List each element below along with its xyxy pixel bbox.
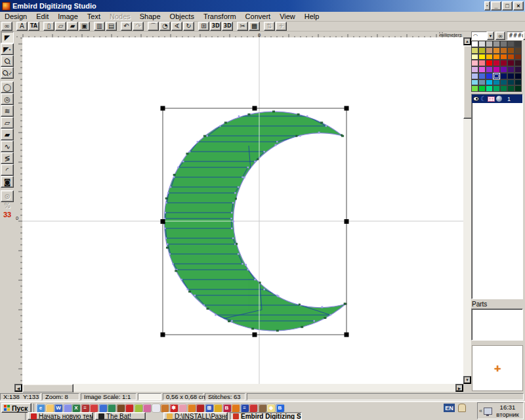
selection-handle[interactable] [253,106,257,111]
quicklaunch-icon[interactable] [196,404,204,412]
quicklaunch-icon[interactable] [232,404,240,412]
palette-swatch[interactable] [493,73,500,79]
palette-swatch[interactable] [507,85,514,92]
tool-zigzag[interactable]: ≶ [1,152,14,164]
palette-swatch[interactable] [478,73,486,79]
palette-swatch[interactable] [471,85,478,92]
quicklaunch-icon[interactable]: W [54,404,62,412]
palette-swatch[interactable] [493,79,500,86]
palette-swatch[interactable] [471,79,478,86]
quicklaunch-icon[interactable]: X [72,404,80,412]
rotate-button[interactable]: ↻ [183,22,194,31]
quicklaunch-icon[interactable] [108,404,116,412]
palette-swatch[interactable] [514,79,522,86]
palette-swatch[interactable] [493,41,500,47]
palette-swatch[interactable] [493,47,500,54]
quicklaunch-icon[interactable] [125,404,133,412]
selection-handle[interactable] [253,333,257,337]
menu-view[interactable]: View [275,12,300,21]
tool-edit-nodes[interactable]: ◤▪ [1,43,14,55]
stitch-points-button[interactable]: ∞ [495,32,505,40]
window-minimize-button[interactable]: _ [491,1,501,10]
palette-swatch[interactable] [478,60,486,66]
view-3d-button[interactable]: 3D [210,22,221,31]
quicklaunch-icon[interactable] [178,404,186,412]
selection-handle[interactable] [345,333,349,337]
menu-text[interactable]: Text [83,12,105,21]
menu-image[interactable]: Image [53,12,83,21]
quicklaunch-icon[interactable]: ⊞ [205,404,213,412]
window-grid-button[interactable]: ⊞ [198,22,209,31]
palette-swatch[interactable] [486,79,493,86]
tool-zoom-1[interactable]: Ϙ1 [1,67,14,79]
quicklaunch-icon[interactable]: e [37,404,45,412]
palette-swatch[interactable] [507,66,514,73]
palette-swatch[interactable] [514,85,522,92]
palette-swatch[interactable] [486,54,493,60]
palette-swatch[interactable] [471,60,478,66]
find-button[interactable]: ∞ [1,22,12,31]
preview-pane[interactable]: + [472,345,523,391]
quicklaunch-icon[interactable] [46,404,54,412]
quicklaunch-icon[interactable]: ✱ [170,404,178,412]
palette-swatch[interactable] [500,79,507,86]
tool-fill-shape[interactable]: ◯ [1,81,14,93]
palette-swatch[interactable] [514,73,522,79]
language-indicator[interactable]: EN [444,404,455,412]
quicklaunch-icon[interactable]: ≡ [241,404,249,412]
selection-handle[interactable] [161,333,165,337]
design-canvas[interactable] [22,37,463,384]
selection-handle[interactable] [345,219,349,224]
palette-swatch[interactable] [478,66,486,73]
palette-swatch[interactable] [507,54,514,60]
new-design-button[interactable]: ▯ [43,22,54,31]
palette-swatch[interactable] [507,60,514,66]
palette-swatch[interactable] [493,54,500,60]
quicklaunch-icon[interactable] [161,404,169,412]
scroll-left-button[interactable]: ◀ [14,384,22,392]
tool-arc[interactable]: ◜ [1,164,14,176]
task-window-button[interactable]: Embird Digitizing Stud... [230,412,302,420]
tool-column[interactable]: ▱ [1,117,14,129]
palette-swatch[interactable] [486,85,493,92]
view-3d-stitch-button[interactable]: 3D [222,22,233,31]
knife-button[interactable]: ✂ [237,22,248,31]
object-list-item[interactable]: ☾ 1 [472,94,522,103]
palette-swatch[interactable] [493,66,500,73]
palette-swatch[interactable] [500,85,507,92]
quicklaunch-icon[interactable] [64,404,72,412]
palette-swatch[interactable] [514,54,522,60]
window-restore-button[interactable]: □ [502,1,513,10]
compass-button[interactable]: ⌒ [148,22,159,31]
angle-button[interactable]: ∢ [171,22,182,31]
palette-swatch[interactable] [507,79,514,86]
quicklaunch-icon[interactable]: ◆ [267,404,275,412]
palette-swatch[interactable] [486,41,493,47]
palette-swatch[interactable] [486,47,493,54]
palette-swatch[interactable] [507,73,514,79]
palette-swatch[interactable] [500,73,507,79]
lettering-button[interactable]: A [16,22,28,31]
palette-swatch[interactable] [486,73,493,79]
object-list[interactable]: ☾ 1 [471,94,523,299]
selection-handle[interactable] [345,106,349,111]
palette-swatch[interactable] [471,73,478,79]
quicklaunch-icon[interactable] [188,404,196,412]
palette-swatch[interactable] [486,60,493,66]
menu-help[interactable]: Help [300,12,324,21]
horizontal-scrollbar[interactable]: ◀ ▶ [14,384,463,392]
curve-style-combo[interactable]: ◠ ▼ [471,32,494,40]
palette-swatch[interactable] [514,41,522,47]
tool-column-2[interactable]: ▰ [1,129,14,140]
palette-swatch[interactable] [514,66,522,73]
palette-swatch[interactable] [500,41,507,47]
palette-swatch[interactable] [493,85,500,92]
quicklaunch-icon[interactable]: B [276,404,284,412]
quicklaunch-icon[interactable] [152,404,160,412]
menu-nodes[interactable]: Nodes [105,12,135,21]
text-transform-button[interactable]: TA [28,22,39,31]
palette-swatch[interactable] [478,41,486,47]
tool-fill-waves[interactable]: ≋ [1,105,14,117]
tool-sfumato[interactable]: ◙ [1,176,14,188]
tool-zoom[interactable]: Ϙ [1,55,14,67]
